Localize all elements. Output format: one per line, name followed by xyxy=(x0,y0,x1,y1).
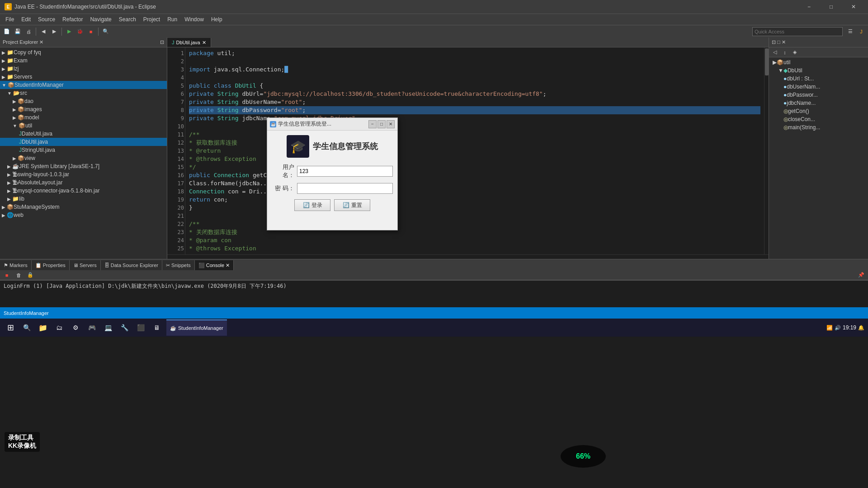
outline-util[interactable]: ▶ 📦 util xyxy=(769,58,868,66)
outline-dbpassword[interactable]: ● dbPasswor... xyxy=(769,91,868,99)
login-button[interactable]: 🔄 登录 xyxy=(294,199,330,211)
tree-item-stringutil[interactable]: J StringUtil.java xyxy=(0,146,167,154)
start-button[interactable]: ⊞ xyxy=(4,321,17,334)
outline-controls[interactable]: ⊡ □ ✕ xyxy=(772,39,786,45)
tree-item-mysql[interactable]: ▶ 🗜 mysql-connector-java-5.1.8-bin.jar xyxy=(0,187,167,195)
file-explorer-taskbar[interactable]: 📁 xyxy=(36,321,50,334)
tree-item-studentinfomanager[interactable]: ▼ 📦 StudentInfoManager xyxy=(0,81,167,89)
menu-project[interactable]: Project xyxy=(140,14,164,24)
tab-markers[interactable]: ⚑ Markers xyxy=(0,260,32,270)
outline-sort[interactable]: ↕ xyxy=(780,47,790,57)
console-scroll-lock[interactable]: 🔒 xyxy=(25,270,35,280)
dialog-icon: ☕ xyxy=(270,121,276,127)
outline-dbutil[interactable]: ▼ ◆ DbUtil xyxy=(769,66,868,75)
menu-run[interactable]: Run xyxy=(164,14,181,24)
taskbar-btn3[interactable]: 🎮 xyxy=(85,321,99,334)
dialog-close[interactable]: ✕ xyxy=(387,120,395,128)
tab-properties[interactable]: 📋 Properties xyxy=(32,260,70,270)
outline-collapse[interactable]: ◁ xyxy=(770,47,780,57)
dialog-maximize[interactable]: □ xyxy=(377,120,386,128)
scrollbar-thumb[interactable] xyxy=(765,48,769,75)
tab-servers[interactable]: 🖥 Servers xyxy=(70,260,101,270)
password-input[interactable] xyxy=(297,183,393,194)
tree-item-model[interactable]: ▶ 📦 model xyxy=(0,113,167,122)
tree-item-absolute[interactable]: ▶ 🗜 AbsoluteLayout.jar xyxy=(0,178,167,187)
back-button[interactable]: ◀ xyxy=(38,27,48,37)
tree-item-exam[interactable]: ▶ 📁 Exam xyxy=(0,56,167,65)
search-button[interactable]: 🔍 xyxy=(101,27,111,37)
close-tab-icon[interactable]: ✕ xyxy=(202,40,206,46)
menu-source[interactable]: Source xyxy=(34,14,59,24)
outline-hide[interactable]: ◈ xyxy=(790,47,800,57)
taskbar-btn6[interactable]: ⬛ xyxy=(134,321,147,334)
tree-item-dbutil[interactable]: J DbUtil.java xyxy=(0,138,167,146)
tree-item-swing[interactable]: ▶ 🗜 swing-layout-1.0.3.jar xyxy=(0,170,167,178)
outline-dburl[interactable]: ● dbUrl : St... xyxy=(769,75,868,83)
search-taskbar[interactable]: 🔍 xyxy=(20,321,33,334)
tree-item-web[interactable]: ▶ 🌐 web xyxy=(0,211,167,219)
outline-jdbcname[interactable]: ● jdbcName... xyxy=(769,99,868,107)
menu-window[interactable]: Window xyxy=(181,14,208,24)
tree-item-lib[interactable]: ▶ 📁 lib xyxy=(0,195,167,203)
tree-item-jre[interactable]: ▶ ☕ JRE System Library [JavaSE-1.7] xyxy=(0,162,167,170)
tree-item-servers[interactable]: ▶ 📁 Servers xyxy=(0,73,167,81)
pe-control[interactable]: ⊡ xyxy=(160,39,164,45)
folder-icon: 📁 xyxy=(12,196,19,202)
new-button[interactable]: 📄 xyxy=(2,27,12,37)
minimize-button[interactable]: − xyxy=(799,0,819,14)
forward-button[interactable]: ▶ xyxy=(49,27,59,37)
outline-closecon[interactable]: ◎ closeCon... xyxy=(769,115,868,123)
taskbar-btn7[interactable]: 🖥 xyxy=(150,321,164,334)
menu-edit[interactable]: Edit xyxy=(18,14,34,24)
menu-refactor[interactable]: Refactor xyxy=(59,14,86,24)
debug-button[interactable]: 🐞 xyxy=(75,27,85,37)
tab-snippets[interactable]: ✂ Snippets xyxy=(162,260,195,270)
password-label: 密 码： xyxy=(272,184,294,192)
tree-item-dao[interactable]: ▶ 📦 dao xyxy=(0,97,167,105)
tab-dbutil[interactable]: J DbUtil.java ✕ xyxy=(167,38,211,47)
stop-button[interactable]: ■ xyxy=(86,27,96,37)
console-clear[interactable]: 🗑 xyxy=(14,270,24,280)
code-editor[interactable]: 1 2 3 4 5 6 7 8 9 10 11 12 13 14 15 16 1… xyxy=(167,47,769,254)
run-button[interactable]: ▶ xyxy=(64,27,74,37)
dialog-minimize[interactable]: − xyxy=(368,120,377,128)
outline-dbusername[interactable]: ● dbUserNam... xyxy=(769,83,868,91)
outline-main[interactable]: ◎ main(String... xyxy=(769,123,868,131)
taskbar-btn1[interactable]: 🗂 xyxy=(52,321,66,334)
tree-item-view[interactable]: ▶ 📦 view xyxy=(0,154,167,162)
menu-file[interactable]: File xyxy=(2,14,18,24)
console-pin[interactable]: 📌 xyxy=(856,270,866,280)
taskbar-btn5[interactable]: 🔧 xyxy=(118,321,131,334)
tree-item-src[interactable]: ▼ 📂 src xyxy=(0,89,167,97)
taskbar-eclipse[interactable]: ☕ StudentInfoManager xyxy=(166,319,227,336)
perspective-button[interactable]: ☰ xyxy=(845,27,855,37)
tree-label: lib xyxy=(19,196,24,202)
tree-item-dateutil[interactable]: J DateUtil.java xyxy=(0,130,167,138)
tab-datasource[interactable]: 🗄 Data Source Explorer xyxy=(101,260,162,270)
menu-help[interactable]: Help xyxy=(208,14,226,24)
outline-getcon[interactable]: ◎ getCon() xyxy=(769,107,868,115)
console-stop[interactable]: ■ xyxy=(2,270,12,280)
quick-access-input[interactable] xyxy=(755,29,827,34)
expand-icon: ▶ xyxy=(2,205,5,210)
maximize-button[interactable]: □ xyxy=(821,0,841,14)
horizontal-scrollbar[interactable] xyxy=(167,254,769,259)
tree-item-images[interactable]: ▶ 📦 images xyxy=(0,105,167,113)
username-input[interactable] xyxy=(297,166,393,177)
tab-console[interactable]: ⬛ Console ✕ xyxy=(195,260,234,270)
java-perspective[interactable]: J xyxy=(856,27,866,37)
taskbar-btn2[interactable]: ⚙ xyxy=(69,321,82,334)
reset-button[interactable]: 🔄 重置 xyxy=(334,199,370,211)
close-button[interactable]: ✕ xyxy=(843,0,863,14)
menu-search[interactable]: Search xyxy=(115,14,140,24)
save-button[interactable]: 💾 xyxy=(13,27,23,37)
menu-navigate[interactable]: Navigate xyxy=(86,14,115,24)
tree-item-stumanage[interactable]: ▶ 📦 StuManageSystem xyxy=(0,203,167,211)
vertical-scrollbar[interactable] xyxy=(764,47,769,254)
tree-item-lzj[interactable]: ▶ 📁 lzj xyxy=(0,65,167,73)
print-button[interactable]: 🖨 xyxy=(24,27,33,37)
quick-access-box[interactable]: Quick Access xyxy=(752,27,843,36)
tree-item-copyoffyq[interactable]: ▶ 📁 Copy of fyq xyxy=(0,48,167,56)
taskbar-btn4[interactable]: 💻 xyxy=(101,321,115,334)
tree-item-util[interactable]: ▼ 📦 util xyxy=(0,122,167,130)
